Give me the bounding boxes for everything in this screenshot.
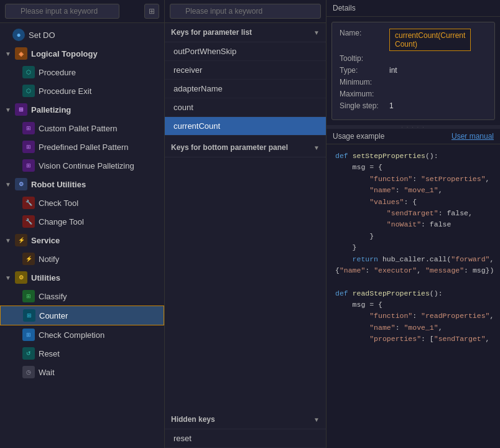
- logical-topology-icon: ◈: [15, 47, 27, 60]
- tree-item-procedure[interactable]: ⬡ Procedure: [0, 63, 164, 82]
- tree-item-notify[interactable]: ⚡ Notify: [0, 250, 164, 268]
- key-adapterName[interactable]: adapterName: [165, 80, 326, 98]
- predefined-pallet-icon: ⊞: [22, 141, 35, 153]
- vision-continue-label: Vision Continue Palletizing: [39, 161, 134, 170]
- procedure-label: Procedure: [39, 68, 76, 77]
- left-search-bar: 🔍 ⊞: [0, 0, 164, 23]
- name-value-box: currentCount(CurrentCount): [389, 29, 471, 51]
- key-receiver[interactable]: receiver: [165, 61, 326, 80]
- change-tool-label: Change Tool: [39, 217, 84, 226]
- custom-pallet-label: Custom Pallet Pattern: [39, 124, 117, 133]
- left-search-input[interactable]: [5, 4, 119, 19]
- detail-row-type: Type: int: [340, 66, 487, 75]
- tree-item-setdo[interactable]: ● Set DO: [0, 26, 164, 44]
- service-icon: ⚡: [15, 234, 27, 246]
- key-reset-hidden[interactable]: reset: [165, 429, 326, 448]
- robot-utilities-icon: ⚙: [15, 178, 27, 190]
- procedure-icon: ⬡: [22, 66, 35, 78]
- logical-topology-label: Logical Topology: [31, 49, 98, 58]
- detail-row-minimum: Minimum:: [340, 78, 487, 86]
- palletizing-chevron: ▼: [5, 106, 11, 113]
- tree-item-utilities[interactable]: ▼ ⚙ Utilities: [0, 268, 164, 287]
- user-manual-link[interactable]: User manual: [451, 132, 494, 141]
- notify-label: Notify: [39, 254, 59, 264]
- usage-section: Usage example User manual def setStepPro…: [326, 129, 500, 448]
- left-search-wrap: 🔍: [5, 4, 141, 19]
- tree-item-procedure-exit[interactable]: ⬡ Procedure Exit: [0, 82, 164, 100]
- palletizing-icon: ⊞: [15, 103, 27, 116]
- change-tool-icon: 🔧: [22, 215, 35, 228]
- hidden-keys-chevron: ▼: [313, 416, 320, 423]
- tree-item-predefined-pallet[interactable]: ⊞ Predefined Pallet Pattern: [0, 138, 164, 156]
- logical-topology-chevron: ▼: [5, 50, 11, 57]
- middle-search-wrap: 🔍: [170, 4, 321, 19]
- tree-item-service[interactable]: ▼ ⚡ Service: [0, 231, 164, 250]
- name-label: Name:: [340, 29, 389, 51]
- detail-row-tooltip: Tooltip:: [340, 54, 487, 63]
- hidden-keys-header[interactable]: Hidden keys ▼: [165, 410, 326, 429]
- details-box: Name: currentCount(CurrentCount) Tooltip…: [331, 22, 495, 120]
- wait-label: Wait: [39, 368, 55, 377]
- palletizing-label: Palletizing: [31, 105, 71, 114]
- key-outPortWhenSkip[interactable]: outPortWhenSkip: [165, 42, 326, 61]
- tree-list: ● Set DO ▼ ◈ Logical Topology ⬡ Procedur…: [0, 23, 164, 448]
- keys-param-list: outPortWhenSkip receiver adapterName cou…: [165, 42, 326, 136]
- detail-row-name: Name: currentCount(CurrentCount): [340, 29, 487, 51]
- tree-item-wait[interactable]: ◷ Wait: [0, 363, 164, 381]
- right-panel: Details Name: currentCount(CurrentCount)…: [326, 0, 500, 448]
- setdo-icon: ●: [12, 29, 25, 41]
- tree-item-logical-topology[interactable]: ▼ ◈ Logical Topology: [0, 44, 164, 63]
- usage-title: Usage example: [333, 132, 384, 141]
- tree-item-counter[interactable]: ⊞ Counter: [0, 306, 164, 325]
- tree-item-classify[interactable]: ⊞ Classify: [0, 287, 164, 306]
- tree-item-check-tool[interactable]: 🔧 Check Tool: [0, 194, 164, 212]
- utilities-icon: ⚙: [15, 271, 27, 284]
- predefined-pallet-label: Predefined Pallet Pattern: [39, 142, 129, 152]
- keys-param-list-chevron: ▼: [313, 29, 320, 36]
- type-label: Type:: [340, 66, 389, 75]
- tree-item-check-completion[interactable]: ⊞ Check Completion: [0, 325, 164, 344]
- tree-item-robot-utilities[interactable]: ▼ ⚙ Robot Utilities: [0, 175, 164, 194]
- keys-bottom-param-title: Keys for bottom parameter panel: [171, 143, 288, 152]
- reset-icon: ↺: [22, 347, 35, 360]
- left-panel: 🔍 ⊞ ● Set DO ▼ ◈ Logical Topology ⬡ Proc…: [0, 0, 165, 448]
- singlestep-value: 1: [389, 101, 394, 110]
- notify-icon: ⚡: [22, 253, 35, 265]
- tree-item-palletizing[interactable]: ▼ ⊞ Palletizing: [0, 100, 164, 119]
- singlestep-label: Single step:: [340, 101, 389, 110]
- key-count[interactable]: count: [165, 98, 326, 117]
- keys-bottom-param-header[interactable]: Keys for bottom parameter panel ▼: [165, 138, 326, 157]
- procedure-exit-label: Procedure Exit: [39, 86, 91, 96]
- counter-label: Counter: [39, 311, 68, 320]
- classify-icon: ⊞: [22, 290, 35, 302]
- service-chevron: ▼: [5, 237, 11, 244]
- check-tool-label: Check Tool: [39, 198, 78, 208]
- grid-view-button[interactable]: ⊞: [144, 4, 159, 19]
- procedure-exit-icon: ⬡: [22, 85, 35, 97]
- hidden-keys-list: reset: [165, 429, 326, 448]
- tree-item-vision-continue[interactable]: ⊞ Vision Continue Palletizing: [0, 156, 164, 175]
- key-currentCount[interactable]: currentCount: [165, 117, 326, 136]
- detail-row-maximum: Maximum:: [340, 90, 487, 98]
- counter-icon: ⊞: [23, 309, 35, 322]
- setdo-label: Set DO: [29, 30, 55, 40]
- details-header: Details: [326, 0, 500, 17]
- check-tool-icon: 🔧: [22, 197, 35, 209]
- usage-header: Usage example User manual: [326, 129, 500, 144]
- middle-panel: 🔍 Keys for parameter list ▼ outPortWhenS…: [165, 0, 326, 448]
- classify-label: Classify: [39, 292, 67, 301]
- keys-param-list-header[interactable]: Keys for parameter list ▼: [165, 23, 326, 42]
- hidden-keys-title: Hidden keys: [171, 415, 215, 424]
- wait-icon: ◷: [22, 366, 35, 378]
- name-value: currentCount(CurrentCount): [395, 31, 465, 49]
- tooltip-label: Tooltip:: [340, 54, 389, 63]
- tree-item-change-tool[interactable]: 🔧 Change Tool: [0, 212, 164, 231]
- middle-search-input[interactable]: [170, 4, 321, 19]
- tree-item-custom-pallet[interactable]: ⊞ Custom Pallet Pattern: [0, 119, 164, 138]
- check-completion-icon: ⊞: [22, 329, 35, 341]
- robot-utilities-chevron: ▼: [5, 181, 11, 188]
- code-block: def setStepProperties(): msg = { "functi…: [326, 144, 500, 448]
- tree-item-reset[interactable]: ↺ Reset: [0, 344, 164, 363]
- details-title: Details: [333, 4, 356, 12]
- vision-continue-icon: ⊞: [22, 159, 35, 172]
